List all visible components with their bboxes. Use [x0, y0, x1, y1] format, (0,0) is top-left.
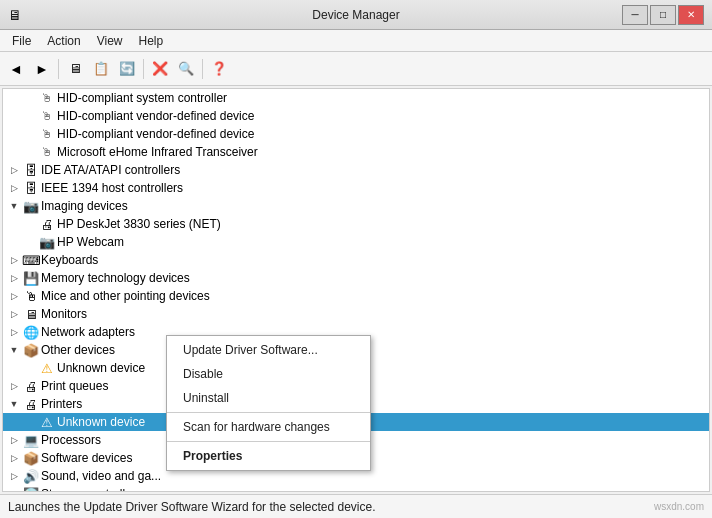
printer-folder-icon: 🖨: [23, 396, 39, 412]
item-label: Unknown device: [57, 361, 145, 375]
other-icon: 📦: [23, 342, 39, 358]
status-bar: Launches the Update Driver Software Wiza…: [0, 494, 712, 518]
tree-item-monitors[interactable]: ▷ 🖥 Monitors: [3, 305, 709, 323]
menu-file[interactable]: File: [4, 32, 39, 50]
tree-item-hid2[interactable]: 🖱 HID-compliant vendor-defined device: [3, 107, 709, 125]
print-icon: 🖨: [23, 378, 39, 394]
ctx-disable[interactable]: Disable: [167, 362, 370, 386]
close-button[interactable]: ✕: [678, 5, 704, 25]
ctx-separator-2: [167, 441, 370, 442]
toolbar-separator-3: [202, 59, 203, 79]
device-icon: 🖱: [39, 108, 55, 124]
window-title: Device Manager: [312, 8, 399, 22]
menu-bar: File Action View Help: [0, 30, 712, 52]
item-label: Keyboards: [41, 253, 98, 267]
maximize-button[interactable]: □: [650, 5, 676, 25]
expand-icon: ▷: [7, 469, 21, 483]
computer-button[interactable]: 🖥: [63, 57, 87, 81]
item-label: IDE ATA/ATAPI controllers: [41, 163, 180, 177]
item-label: Sound, video and ga...: [41, 469, 161, 483]
expand-icon: ▷: [7, 433, 21, 447]
ctx-properties[interactable]: Properties: [167, 444, 370, 468]
expand-icon: ▼: [7, 343, 21, 357]
device-icon: 🖱: [39, 90, 55, 106]
ctx-scan[interactable]: Scan for hardware changes: [167, 415, 370, 439]
storage-icon: 💽: [23, 486, 39, 492]
expand-icon: ▷: [7, 163, 21, 177]
tree-item-storage[interactable]: ▷ 💽 Storage controllers: [3, 485, 709, 492]
warning-icon: ⚠: [39, 414, 55, 430]
toolbar-separator-2: [143, 59, 144, 79]
tree-item-hp-webcam[interactable]: 📷 HP Webcam: [3, 233, 709, 251]
folder-icon: 📷: [23, 198, 39, 214]
title-bar-left: 🖥: [8, 7, 22, 23]
network-icon: 🌐: [23, 324, 39, 340]
expand-icon: ▷: [7, 253, 21, 267]
back-button[interactable]: ◄: [4, 57, 28, 81]
watermark: wsxdn.com: [654, 501, 704, 512]
item-label: Network adapters: [41, 325, 135, 339]
folder-icon: 🗄: [23, 162, 39, 178]
tree-item-memory[interactable]: ▷ 💾 Memory technology devices: [3, 269, 709, 287]
item-label: Other devices: [41, 343, 115, 357]
item-label: Printers: [41, 397, 82, 411]
ctx-update-driver[interactable]: Update Driver Software...: [167, 338, 370, 362]
title-bar: 🖥 Device Manager ─ □ ✕: [0, 0, 712, 30]
tree-panel[interactable]: 🖱 HID-compliant system controller 🖱 HID-…: [2, 88, 710, 492]
warning-icon: ⚠: [39, 360, 55, 376]
item-label: Imaging devices: [41, 199, 128, 213]
item-label: Monitors: [41, 307, 87, 321]
tree-item-mice[interactable]: ▷ 🖱 Mice and other pointing devices: [3, 287, 709, 305]
webcam-icon: 📷: [39, 234, 55, 250]
ctx-separator-1: [167, 412, 370, 413]
expand-icon: ▼: [7, 397, 21, 411]
menu-help[interactable]: Help: [131, 32, 172, 50]
tree-item-ieee[interactable]: ▷ 🗄 IEEE 1394 host controllers: [3, 179, 709, 197]
software-icon: 📦: [23, 450, 39, 466]
memory-icon: 💾: [23, 270, 39, 286]
update-button[interactable]: 🔄: [115, 57, 139, 81]
forward-button[interactable]: ►: [30, 57, 54, 81]
expand-icon: ▷: [7, 379, 21, 393]
tree-item-hp-deskjet[interactable]: 🖨 HP DeskJet 3830 series (NET): [3, 215, 709, 233]
uninstall-button[interactable]: ❌: [148, 57, 172, 81]
help-button[interactable]: ❓: [207, 57, 231, 81]
context-menu: Update Driver Software... Disable Uninst…: [166, 335, 371, 471]
ctx-uninstall[interactable]: Uninstall: [167, 386, 370, 410]
keyboard-icon: ⌨: [23, 252, 39, 268]
item-label: HID-compliant system controller: [57, 91, 227, 105]
item-label: Software devices: [41, 451, 132, 465]
expand-icon: [23, 127, 37, 141]
folder-icon: 🗄: [23, 180, 39, 196]
main-area: 🖱 HID-compliant system controller 🖱 HID-…: [0, 86, 712, 494]
tree-item-hid1[interactable]: 🖱 HID-compliant system controller: [3, 89, 709, 107]
item-label: Storage controllers: [41, 487, 142, 492]
expand-icon: [23, 91, 37, 105]
item-label: Mice and other pointing devices: [41, 289, 210, 303]
scan-button[interactable]: 🔍: [174, 57, 198, 81]
tree-item-hid3[interactable]: 🖱 HID-compliant vendor-defined device: [3, 125, 709, 143]
device-icon: 🖱: [39, 144, 55, 160]
expand-icon: [23, 415, 37, 429]
menu-view[interactable]: View: [89, 32, 131, 50]
app-icon: 🖥: [8, 7, 22, 23]
status-text: Launches the Update Driver Software Wiza…: [8, 500, 376, 514]
tree-item-ide[interactable]: ▷ 🗄 IDE ATA/ATAPI controllers: [3, 161, 709, 179]
expand-icon: ▷: [7, 451, 21, 465]
tree-item-microsoft-ir[interactable]: 🖱 Microsoft eHome Infrared Transceiver: [3, 143, 709, 161]
item-label: Unknown device: [57, 415, 145, 429]
properties-button[interactable]: 📋: [89, 57, 113, 81]
item-label: Print queues: [41, 379, 108, 393]
expand-icon: ▷: [7, 289, 21, 303]
monitor-icon: 🖥: [23, 306, 39, 322]
tree-item-keyboards[interactable]: ▷ ⌨ Keyboards: [3, 251, 709, 269]
expand-icon: ▷: [7, 325, 21, 339]
tree-item-imaging[interactable]: ▼ 📷 Imaging devices: [3, 197, 709, 215]
window-controls: ─ □ ✕: [622, 5, 704, 25]
menu-action[interactable]: Action: [39, 32, 88, 50]
minimize-button[interactable]: ─: [622, 5, 648, 25]
item-label: HP DeskJet 3830 series (NET): [57, 217, 221, 231]
expand-icon: [23, 145, 37, 159]
device-icon: 🖱: [39, 126, 55, 142]
expand-icon: ▷: [7, 307, 21, 321]
